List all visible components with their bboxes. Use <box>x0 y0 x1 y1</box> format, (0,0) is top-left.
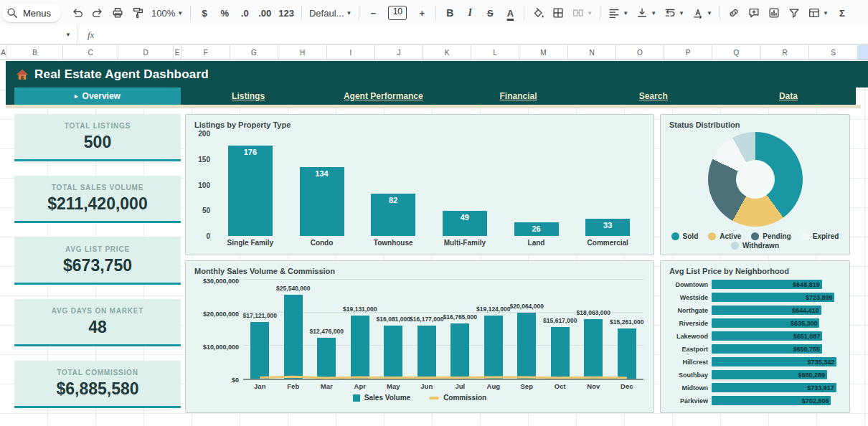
fill-icon <box>532 6 544 19</box>
tab-data[interactable]: Data <box>721 87 856 105</box>
hbar-row: Southbay$680,289 <box>668 370 841 379</box>
merge-cells-button[interactable]: ▼ <box>569 4 595 22</box>
insert-comment-button[interactable] <box>745 4 763 22</box>
decrease-decimal-button[interactable]: .0 <box>235 4 254 22</box>
bold-button-label: B <box>446 7 453 19</box>
functions-button[interactable]: Σ <box>833 4 852 22</box>
bar-chart-plot: 05010015020017613482492633 <box>214 133 643 236</box>
insert-link-button[interactable] <box>725 4 743 22</box>
column-header-B[interactable]: B <box>7 45 63 60</box>
chart-monthly-sales-commission[interactable]: Monthly Sales Volume & Commission $30,00… <box>185 260 654 413</box>
more-formats-button[interactable]: 123 <box>275 4 297 22</box>
bar: $723,899 <box>712 293 834 302</box>
print-button[interactable] <box>108 4 127 22</box>
strikethrough-button[interactable]: S <box>481 4 499 22</box>
font-size-input[interactable]: 10 <box>384 4 411 22</box>
column-header-H[interactable]: H <box>278 45 327 60</box>
category-label: Eastport <box>668 346 708 353</box>
bar: 134 <box>300 167 344 236</box>
column-header-K[interactable]: K <box>423 45 471 60</box>
tab-bar: ▸OverviewListingsAgent PerformanceFinanc… <box>6 87 856 105</box>
borders-button[interactable] <box>549 4 567 22</box>
legend-item: Pending <box>751 232 791 240</box>
name-box[interactable]: ▼ <box>0 26 77 44</box>
chart-status-distribution[interactable]: Status Distribution SoldActivePendingExp… <box>660 114 850 255</box>
horizontal-align-button[interactable]: ▼ <box>605 4 631 22</box>
increase-decimal-button[interactable]: .00 <box>255 4 274 22</box>
insert-chart-button[interactable] <box>765 4 783 22</box>
tab-search[interactable]: Search <box>586 87 721 105</box>
text-wrap-button[interactable]: ▼ <box>661 4 687 22</box>
column-header-Q[interactable]: Q <box>712 45 761 60</box>
tab-financial[interactable]: Financial <box>450 87 585 105</box>
create-filter-button[interactable] <box>785 4 803 22</box>
format-percent-button[interactable]: % <box>215 4 234 22</box>
paint-format-icon <box>131 6 144 19</box>
chart-avg-price-by-neighborhood[interactable]: Avg List Price by Neighborhood Downtown$… <box>660 260 850 413</box>
divider <box>720 6 720 20</box>
undo-button[interactable] <box>68 4 87 22</box>
font-family-select[interactable]: Defaul...▼ <box>306 4 354 22</box>
legend-swatch <box>353 394 360 402</box>
column-header-D[interactable]: D <box>118 45 174 60</box>
legend-swatch <box>751 232 759 240</box>
column-header-L[interactable]: L <box>471 45 519 60</box>
x-tick-label: May <box>377 382 410 390</box>
font-size-decrease-button[interactable]: − <box>364 4 382 22</box>
format-currency-button[interactable]: $ <box>195 4 214 22</box>
legend-label: Pending <box>763 232 791 240</box>
tab-agent-performance[interactable]: Agent Performance <box>316 87 450 105</box>
y-axis: 050100150200 <box>190 133 210 236</box>
tab-overview[interactable]: ▸Overview <box>14 87 181 105</box>
increase-decimal-button-label: .00 <box>258 8 271 19</box>
chart-listings-by-property-type[interactable]: Listings by Property Type 05010015020017… <box>185 114 654 255</box>
tab-listings[interactable]: Listings <box>181 87 316 105</box>
column-header-G[interactable]: G <box>230 45 278 60</box>
zoom-select-label: 100% <box>151 8 175 19</box>
column-header-I[interactable]: I <box>327 45 375 60</box>
kpi-card[interactable]: AVG LIST PRICE$673,750 <box>14 237 181 285</box>
x-tick-label: Multi-Family <box>429 239 501 247</box>
column-header-A[interactable]: A <box>0 45 7 60</box>
bold-button[interactable]: B <box>440 4 459 22</box>
sheet-grid[interactable]: Real Estate Agent Dashboard ▸OverviewLis… <box>0 61 868 426</box>
table-views-button[interactable]: ▼ <box>805 4 831 22</box>
column-headers: ABCDEFGHIJKLMNOPQRS <box>0 44 868 60</box>
text-color-button[interactable]: A <box>501 4 519 22</box>
legend-label: Expired <box>813 232 839 240</box>
x-tick-label: Aug <box>477 382 511 390</box>
redo-button[interactable] <box>88 4 107 22</box>
text-rotate-button[interactable]: ▼ <box>689 4 715 22</box>
more-formats-button-label: 123 <box>278 8 294 19</box>
column-header-S[interactable]: S <box>809 45 858 60</box>
column-header-O[interactable]: O <box>616 45 664 60</box>
column-header-M[interactable]: M <box>519 45 568 60</box>
bar-zone: $650,755 <box>712 344 841 354</box>
kpi-card[interactable]: TOTAL COMMISSION$6,885,580 <box>14 361 181 408</box>
comment-icon <box>747 6 760 19</box>
bar: $733,917 <box>712 383 836 392</box>
chevron-down-icon: ▼ <box>346 10 352 16</box>
italic-button[interactable]: I <box>461 4 479 22</box>
column-header-C[interactable]: C <box>63 45 118 60</box>
chart-title: Avg List Price by Neighborhood <box>661 261 849 275</box>
zoom-select[interactable]: 100%▼ <box>148 4 186 22</box>
column-header-E[interactable]: E <box>174 45 181 60</box>
legend-item: Withdrawn <box>731 242 779 250</box>
fill-color-button[interactable] <box>529 4 547 22</box>
column-header-N[interactable]: N <box>568 45 616 60</box>
font-size-increase-button[interactable]: + <box>412 4 431 22</box>
bar-slot: 49 <box>429 133 501 236</box>
paint-format-button[interactable] <box>128 4 147 22</box>
vertical-align-button[interactable]: ▼ <box>633 4 659 22</box>
link-icon <box>727 6 740 19</box>
kpi-card[interactable]: TOTAL SALES VOLUME$211,420,000 <box>14 176 181 223</box>
column-header-J[interactable]: J <box>375 45 423 60</box>
column-header-R[interactable]: R <box>761 45 809 60</box>
column-header-F[interactable]: F <box>181 45 230 60</box>
kpi-card[interactable]: TOTAL LISTINGS500 <box>14 114 181 161</box>
kpi-card[interactable]: AVG DAYS ON MARKET48 <box>14 299 181 346</box>
bar-value-label: 176 <box>228 148 273 156</box>
menus-button[interactable]: Menus <box>1 4 61 22</box>
column-header-P[interactable]: P <box>664 45 712 60</box>
